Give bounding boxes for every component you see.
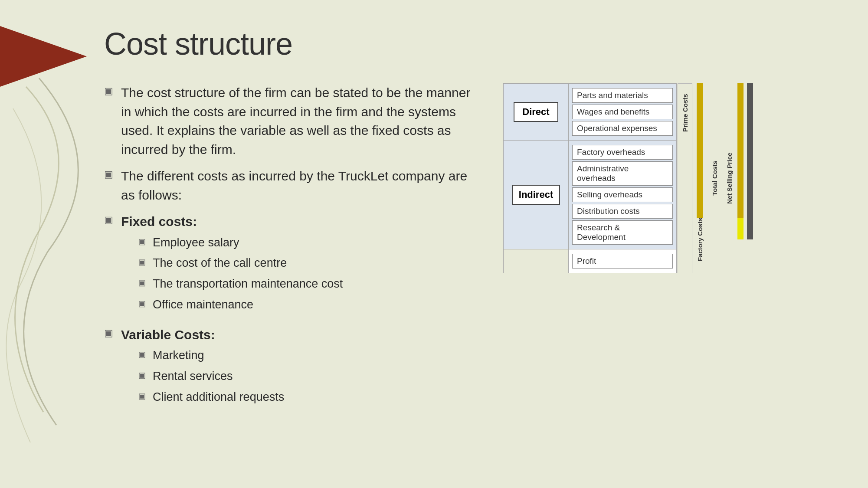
total-costs-label-inner: Total Costs: [707, 83, 722, 273]
indirect-row: Indirect Factory overheads Administrativ…: [504, 141, 676, 249]
sub-item-text-3: The transportation maintenance cost: [153, 276, 343, 292]
bullet-text-2: The different costs as incurred by the T…: [121, 167, 477, 204]
var-sub-item-text-3: Client additional requests: [153, 389, 284, 406]
sub-item-2: ▣ The cost of the call centre: [121, 255, 343, 272]
sub-bullet-icon-2: ▣: [138, 257, 146, 268]
direct-items-cell: Parts and materials Wages and benefits O…: [569, 84, 676, 140]
bullet-text-1: The cost structure of the firm can be st…: [121, 83, 477, 159]
bullet-icon-fixed: ▣: [104, 213, 113, 227]
direct-item-0: Parts and materials: [572, 88, 673, 103]
factory-costs-bar: [697, 83, 703, 218]
indirect-item-0: Factory overheads: [572, 145, 673, 160]
profit-row: Profit: [504, 249, 676, 273]
variable-costs-heading: Variable Costs:: [121, 328, 215, 342]
gold-bar-1: [737, 83, 744, 273]
indirect-label-btn: Indirect: [512, 185, 560, 205]
prime-costs-col: Prime Costs: [678, 83, 692, 273]
direct-item-1: Wages and benefits: [572, 105, 673, 119]
bullet-icon-variable: ▣: [104, 326, 113, 340]
profit-item: Profit: [572, 254, 673, 269]
sub-bullet-icon-1: ▣: [138, 236, 146, 247]
bullet-icon-2: ▣: [104, 167, 113, 181]
net-selling-label-inner: Net Selling Price: [722, 83, 737, 273]
sub-item-4: ▣ Office maintenance: [121, 297, 343, 313]
cost-table: Direct Parts and materials Wages and ben…: [503, 83, 677, 273]
bullet-item-fixed: ▣ Fixed costs: ▣ Employee salary ▣ The c…: [104, 212, 477, 318]
factory-costs-label: Factory Costs: [692, 218, 707, 261]
net-selling-col: Net Selling Price: [722, 83, 737, 273]
direct-label-cell: Direct: [504, 84, 569, 140]
indirect-item-2: Selling overheads: [572, 187, 673, 202]
var-sub-item-text-1: Marketing: [153, 347, 204, 364]
vertical-labels-section: Prime Costs Factory Costs: [678, 83, 737, 273]
direct-label-btn: Direct: [514, 102, 558, 122]
sub-item-text-4: Office maintenance: [153, 297, 253, 313]
indirect-item-4: Research & Development: [572, 220, 673, 245]
direct-row: Direct Parts and materials Wages and ben…: [504, 84, 676, 141]
bullet-icon-1: ▣: [104, 84, 113, 98]
var-sub-bullet-icon-1: ▣: [138, 349, 146, 360]
sub-bullet-icon-4: ▣: [138, 298, 146, 309]
bullet-item-1: ▣ The cost structure of the firm can be …: [104, 83, 477, 159]
indirect-label-cell: Indirect: [504, 141, 569, 249]
indirect-item-1: Administrative overheads: [572, 161, 673, 186]
cost-diagram-wrapper: Direct Parts and materials Wages and ben…: [503, 83, 755, 273]
prime-costs-label: Prime Costs: [678, 83, 692, 142]
var-sub-bullet-icon-3: ▣: [138, 391, 146, 402]
total-costs-col: Total Costs: [707, 83, 722, 273]
gold-bar-2: [747, 83, 753, 273]
diagram-container: Direct Parts and materials Wages and ben…: [503, 83, 755, 273]
var-sub-item-2: ▣ Rental services: [121, 368, 284, 385]
direct-item-2: Operational expenses: [572, 121, 673, 136]
sub-item-text-1: Employee salary: [153, 235, 239, 251]
left-content: ▣ The cost structure of the firm can be …: [104, 83, 477, 418]
indirect-items-cell: Factory overheads Administrative overhea…: [569, 141, 676, 249]
gold-bars-section: [737, 83, 755, 273]
sub-item-text-2: The cost of the call centre: [153, 255, 287, 272]
page-title: Cost structure: [104, 26, 833, 62]
sub-item-1: ▣ Employee salary: [121, 235, 343, 251]
bullet-item-variable: ▣ Variable Costs: ▣ Marketing ▣ Rental s…: [104, 325, 477, 410]
var-sub-item-3: ▣ Client additional requests: [121, 389, 284, 406]
var-sub-bullet-icon-2: ▣: [138, 370, 146, 381]
indirect-item-3: Distribution costs: [572, 204, 673, 219]
var-sub-item-text-2: Rental services: [153, 368, 233, 385]
sub-bullet-icon-3: ▣: [138, 278, 146, 288]
var-sub-item-1: ▣ Marketing: [121, 347, 284, 364]
factory-costs-col: Factory Costs: [692, 83, 707, 273]
profit-label-cell: [504, 249, 569, 273]
fixed-costs-heading: Fixed costs:: [121, 214, 197, 229]
sub-item-3: ▣ The transportation maintenance cost: [121, 276, 343, 292]
profit-items-cell: Profit: [569, 249, 676, 273]
bullet-item-2: ▣ The different costs as incurred by the…: [104, 167, 477, 204]
